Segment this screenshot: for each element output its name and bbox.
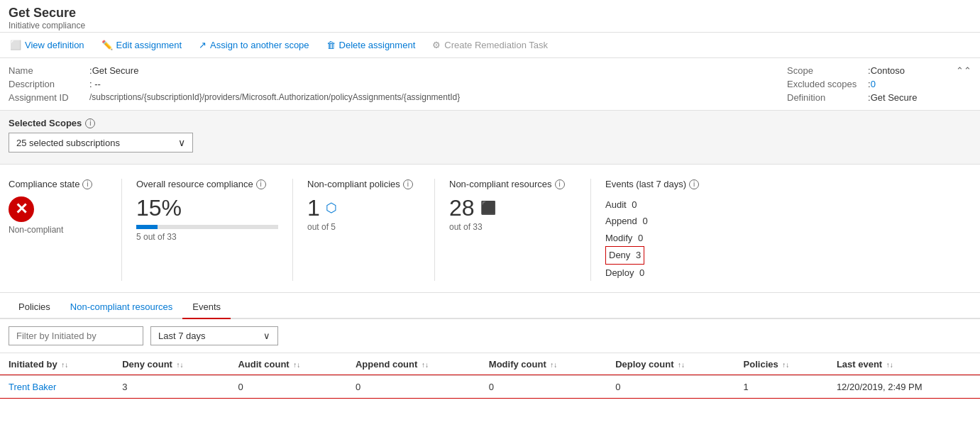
- resources-cube-icon: ⬛: [480, 200, 496, 216]
- col-policies: Policies ↑↓: [735, 353, 828, 376]
- name-value: Get Secure: [92, 65, 139, 76]
- compliance-state-metric: Compliance state i ✕ Non-compliant: [9, 179, 122, 281]
- view-definition-button[interactable]: ⬜ View definition: [9, 37, 86, 53]
- sort-policies-icon[interactable]: ↑↓: [782, 361, 789, 369]
- overall-compliance-detail: 5 out of 33: [136, 232, 278, 242]
- non-compliant-policies-info-icon[interactable]: i: [403, 179, 413, 189]
- toolbar: ⬜ View definition ✏️ Edit assignment ↗ A…: [0, 32, 980, 58]
- assign-scope-icon: ↗: [199, 40, 207, 50]
- cell-append-count: 0: [347, 375, 480, 398]
- edit-assignment-button[interactable]: ✏️ Edit assignment: [100, 37, 184, 53]
- cell-modify-count: 0: [480, 375, 607, 398]
- cell-deploy-count: 0: [607, 375, 734, 398]
- sort-deny-count-icon[interactable]: ↑↓: [177, 361, 184, 369]
- sort-modify-count-icon[interactable]: ↑↓: [550, 361, 557, 369]
- col-append-count: Append count ↑↓: [347, 353, 480, 376]
- cell-initiated-by: Trent Baker: [0, 375, 114, 398]
- events-metric: Events (last 7 days) i Audit 0 Append 0 …: [605, 179, 971, 281]
- scope-value: Contoso: [871, 65, 905, 76]
- definition-row: Definition : Get Secure: [787, 92, 971, 103]
- assignment-id-value: /subscriptions/{subscriptionId}/provider…: [89, 92, 460, 103]
- policy-icon: ⬡: [326, 200, 337, 216]
- sort-deploy-count-icon[interactable]: ↑↓: [678, 361, 685, 369]
- events-info-icon[interactable]: i: [689, 179, 699, 189]
- col-modify-count: Modify count ↑↓: [480, 353, 607, 376]
- tab-events[interactable]: Events: [182, 296, 231, 319]
- cell-deny-count: 3: [114, 375, 229, 398]
- compliance-state-value: Non-compliant: [9, 225, 107, 235]
- non-compliant-resources-detail: out of 33: [449, 222, 576, 232]
- scopes-info-icon[interactable]: i: [85, 118, 95, 128]
- overall-compliance-percent: 15%: [136, 196, 278, 219]
- sort-append-count-icon[interactable]: ↑↓: [422, 361, 429, 369]
- scopes-dropdown[interactable]: 25 selected subscriptions ∨: [9, 133, 193, 152]
- non-compliant-resources-count: 28: [449, 196, 475, 219]
- scope-label: Scope: [787, 65, 865, 76]
- col-deploy-count: Deploy count ↑↓: [607, 353, 734, 376]
- cell-policies: 1: [735, 375, 828, 398]
- description-value: : --: [89, 79, 101, 89]
- create-remediation-button[interactable]: ⚙ Create Remediation Task: [431, 37, 549, 53]
- description-label: Description: [9, 79, 87, 89]
- filter-initiated-by-input[interactable]: [9, 326, 143, 345]
- assignment-id-row: Assignment ID /subscriptions/{subscripti…: [9, 92, 773, 103]
- table-header-row: Initiated by ↑↓ Deny count ↑↓ Audit coun…: [0, 353, 980, 376]
- deploy-row: Deploy 0: [605, 265, 957, 281]
- remediation-icon: ⚙: [432, 40, 441, 50]
- scope-row: Scope : Contoso: [787, 65, 971, 76]
- filter-bar: Last 7 days ∨: [0, 319, 980, 353]
- overall-compliance-metric: Overall resource compliance i 15% 5 out …: [136, 179, 293, 281]
- compliance-progress-fill: [136, 225, 158, 229]
- definition-label: Definition: [787, 92, 865, 103]
- name-label: Name: [9, 65, 87, 76]
- delete-assignment-button[interactable]: 🗑 Delete assignment: [325, 37, 417, 53]
- excluded-scopes-row: Excluded scopes : 0: [787, 79, 971, 89]
- time-filter-chevron-icon: ∨: [263, 331, 270, 341]
- assign-scope-button[interactable]: ↗ Assign to another scope: [197, 37, 310, 53]
- col-initiated-by: Initiated by ↑↓: [0, 353, 114, 376]
- non-compliant-policies-metric: Non-compliant policies i 1 ⬡ out of 5: [307, 179, 435, 281]
- non-compliant-icon: ✕: [9, 196, 34, 222]
- view-definition-icon: ⬜: [10, 40, 21, 50]
- sort-initiated-by-icon[interactable]: ↑↓: [61, 361, 68, 369]
- tab-non-compliant[interactable]: Non-compliant resources: [60, 296, 183, 319]
- events-table: Initiated by ↑↓ Deny count ↑↓ Audit coun…: [0, 353, 980, 399]
- assignment-id-label: Assignment ID: [9, 92, 87, 103]
- definition-value: Get Secure: [871, 92, 918, 103]
- tab-policies[interactable]: Policies: [9, 296, 60, 319]
- delete-icon: 🗑: [326, 40, 336, 50]
- tabs-section: Policies Non-compliant resources Events: [0, 296, 980, 319]
- col-deny-count: Deny count ↑↓: [114, 353, 229, 376]
- sort-last-event-icon[interactable]: ↑↓: [886, 361, 893, 369]
- info-left: Name : Get Secure Description : -- Assig…: [9, 65, 773, 106]
- sort-audit-count-icon[interactable]: ↑↓: [293, 361, 300, 369]
- trent-baker-link[interactable]: Trent Baker: [9, 382, 56, 392]
- metrics-section: Compliance state i ✕ Non-compliant Overa…: [0, 165, 980, 293]
- non-compliant-policies-detail: out of 5: [307, 222, 420, 232]
- overall-compliance-info-icon[interactable]: i: [256, 179, 266, 189]
- col-audit-count: Audit count ↑↓: [229, 353, 346, 376]
- description-row: Description : --: [9, 79, 773, 89]
- modify-row: Modify 0: [605, 230, 957, 246]
- append-row: Append 0: [605, 213, 957, 229]
- excluded-scopes-value[interactable]: 0: [871, 79, 876, 89]
- non-compliant-resources-info-icon[interactable]: i: [555, 179, 565, 189]
- compliance-state-info-icon[interactable]: i: [82, 179, 92, 189]
- deny-row: Deny 3: [605, 246, 957, 264]
- col-last-event: Last event ↑↓: [828, 353, 980, 376]
- cell-audit-count: 0: [229, 375, 346, 398]
- scopes-chevron-icon: ∨: [178, 137, 185, 148]
- events-list: Audit 0 Append 0 Modify 0 Deny 3 Deploy …: [605, 196, 957, 281]
- audit-row: Audit 0: [605, 196, 957, 213]
- cell-last-event: 12/20/2019, 2:49 PM: [828, 375, 980, 398]
- time-filter-dropdown[interactable]: Last 7 days ∨: [150, 326, 278, 345]
- page-title: Get Secure Initiative compliance: [0, 0, 980, 32]
- name-row: Name : Get Secure: [9, 65, 773, 76]
- scopes-section: Selected Scopes i 25 selected subscripti…: [0, 111, 980, 165]
- non-compliant-policies-count: 1: [307, 196, 320, 219]
- compliance-progress-bar: [136, 225, 278, 229]
- collapse-button[interactable]: ⌃⌃: [956, 65, 971, 76]
- non-compliant-resources-metric: Non-compliant resources i 28 ⬛ out of 33: [449, 179, 591, 281]
- edit-icon: ✏️: [101, 40, 113, 50]
- excluded-scopes-label: Excluded scopes: [787, 79, 865, 89]
